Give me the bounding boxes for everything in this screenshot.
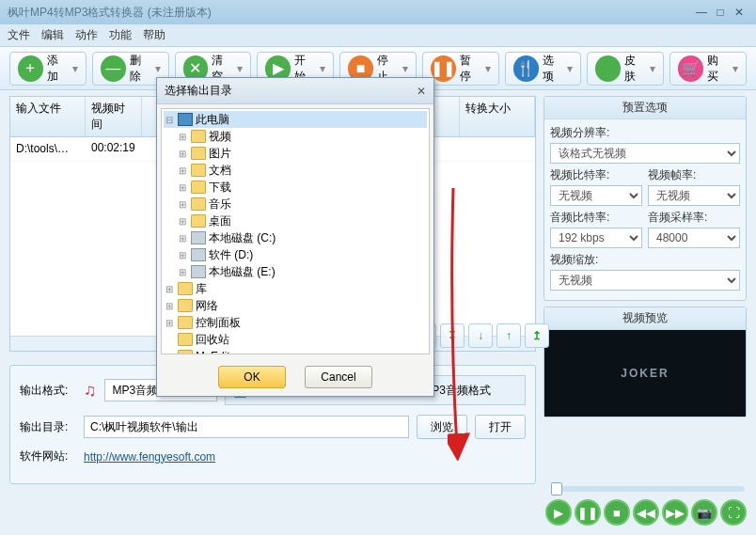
- expand-icon[interactable]: ⊞: [164, 284, 175, 294]
- maximize-button[interactable]: □: [711, 6, 730, 19]
- fold-icon: [191, 214, 206, 228]
- preset-panel: 预置选项 视频分辨率: 该格式无视频 视频比特率: 无视频 视频帧率: 无视频: [543, 96, 747, 301]
- open-button[interactable]: 打开: [475, 415, 526, 439]
- fps-label: 视频帧率:: [648, 167, 740, 183]
- folder-tree[interactable]: ⊟此电脑⊞视频⊞图片⊞文档⊞下载⊞音乐⊞桌面⊞本地磁盘 (C:)⊞软件 (D:)…: [161, 108, 430, 354]
- window-title: 枫叶MP4转MP3格式转换器 (未注册版本): [8, 5, 212, 21]
- player-btn-6[interactable]: ⛶: [720, 499, 747, 526]
- drv-icon: [191, 231, 206, 244]
- dialog-close-icon[interactable]: ✕: [417, 85, 426, 98]
- dialog-ok-button[interactable]: OK: [218, 366, 286, 388]
- vbr-select[interactable]: 无视频: [550, 185, 642, 206]
- zoom-label: 视频缩放:: [550, 252, 740, 268]
- site-link[interactable]: http://www.fengyesoft.com: [84, 450, 215, 464]
- expand-icon[interactable]: ⊞: [177, 182, 188, 193]
- menu-帮助[interactable]: 帮助: [143, 27, 165, 43]
- col-duration[interactable]: 视频时间: [86, 97, 142, 136]
- player-btn-0[interactable]: ▶: [545, 499, 572, 526]
- tree-node-库[interactable]: ⊞库: [164, 280, 427, 297]
- asr-label: 音频采样率:: [648, 210, 740, 226]
- dialog-cancel-button[interactable]: Cancel: [305, 366, 372, 388]
- res-label: 视频分辨率:: [550, 125, 740, 141]
- close-button[interactable]: ✕: [730, 6, 748, 19]
- menu-编辑[interactable]: 编辑: [41, 27, 64, 43]
- music-icon: ♫: [84, 381, 97, 401]
- tree-node-MyEditor[interactable]: ⊞MyEditor: [164, 348, 427, 354]
- preset-title: 预置选项: [544, 97, 746, 119]
- fps-select[interactable]: 无视频: [648, 185, 740, 206]
- menu-bar: 文件编辑动作功能帮助: [0, 24, 756, 47]
- expand-icon[interactable]: ⊞: [177, 199, 188, 210]
- site-label: 软件网站:: [20, 448, 76, 464]
- list-move-btn-3[interactable]: ↑: [496, 323, 521, 348]
- expand-icon[interactable]: ⊞: [177, 132, 188, 142]
- expand-icon[interactable]: ⊞: [164, 318, 175, 328]
- abr-label: 音频比特率:: [550, 210, 642, 226]
- 购买-icon: 🛒: [678, 55, 703, 82]
- menu-文件[interactable]: 文件: [8, 27, 30, 43]
- folder-dialog: 选择输出目录 ✕ ⊟此电脑⊞视频⊞图片⊞文档⊞下载⊞音乐⊞桌面⊞本地磁盘 (C:…: [156, 77, 434, 397]
- fold-icon: [178, 316, 193, 329]
- list-move-btn-4[interactable]: ↥: [525, 323, 549, 348]
- expand-icon[interactable]: ⊞: [177, 165, 188, 176]
- tree-node-文档[interactable]: ⊞文档: [164, 162, 427, 179]
- minimize-button[interactable]: —: [692, 6, 711, 19]
- fold-icon: [178, 333, 193, 346]
- tree-node-图片[interactable]: ⊞图片: [164, 145, 427, 162]
- fold-icon: [191, 130, 206, 143]
- menu-功能[interactable]: 功能: [109, 27, 132, 43]
- drv-icon: [191, 248, 206, 261]
- preview-panel: 视频预览 JOKER: [543, 307, 747, 417]
- tree-node-本地磁盘 (E:)[interactable]: ⊞本地磁盘 (E:): [164, 263, 427, 280]
- player-btn-1[interactable]: ❚❚: [575, 499, 601, 526]
- player-btn-2[interactable]: ■: [604, 499, 630, 526]
- expand-icon[interactable]: ⊞: [177, 233, 188, 244]
- tool-添加[interactable]: ＋添加▾: [9, 52, 87, 86]
- tool-皮肤[interactable]: 皮肤▾: [587, 52, 664, 86]
- fold-icon: [191, 181, 206, 194]
- tree-node-网络[interactable]: ⊞网络: [164, 297, 427, 314]
- res-select[interactable]: 该格式无视频: [550, 143, 740, 164]
- 删除-icon: —: [101, 55, 126, 82]
- player-btn-4[interactable]: ▶▶: [662, 499, 688, 526]
- expand-icon[interactable]: ⊞: [177, 250, 188, 260]
- player-btn-5[interactable]: 📷: [691, 499, 717, 526]
- expand-icon[interactable]: ⊞: [177, 267, 188, 277]
- dir-input[interactable]: [84, 416, 409, 438]
- col-size[interactable]: 转换大小: [460, 97, 535, 136]
- expand-icon[interactable]: ⊟: [164, 115, 175, 125]
- expand-icon[interactable]: ⊞: [164, 352, 175, 355]
- tool-选项[interactable]: 🍴选项▾: [505, 52, 582, 86]
- slider-thumb[interactable]: [551, 482, 562, 496]
- asr-select[interactable]: 48000: [648, 228, 740, 248]
- zoom-select[interactable]: 无视频: [550, 270, 740, 291]
- expand-icon[interactable]: ⊞: [177, 149, 188, 159]
- fold-icon: [178, 282, 193, 295]
- tree-node-软件 (D:)[interactable]: ⊞软件 (D:): [164, 246, 427, 263]
- title-bar: 枫叶MP4转MP3格式转换器 (未注册版本) — □ ✕: [0, 0, 756, 24]
- abr-select[interactable]: 192 kbps: [550, 228, 642, 248]
- tree-node-控制面板[interactable]: ⊞控制面板: [164, 314, 427, 331]
- preview-slider[interactable]: [551, 486, 745, 492]
- tree-node-视频[interactable]: ⊞视频: [164, 128, 427, 145]
- tree-node-下载[interactable]: ⊞下载: [164, 179, 427, 196]
- browse-button[interactable]: 浏览: [417, 415, 467, 439]
- dialog-title: 选择输出目录: [165, 83, 417, 99]
- drv-icon: [191, 265, 206, 278]
- tool-购买[interactable]: 🛒购买▾: [669, 52, 747, 86]
- tree-node-回收站[interactable]: 回收站: [164, 331, 427, 348]
- menu-动作[interactable]: 动作: [75, 27, 98, 43]
- player-btn-3[interactable]: ◀◀: [633, 499, 659, 526]
- 添加-icon: ＋: [18, 55, 43, 82]
- tree-node-桌面[interactable]: ⊞桌面: [164, 212, 427, 229]
- tree-node-此电脑[interactable]: ⊟此电脑: [164, 111, 427, 128]
- list-move-btn-2[interactable]: ↓: [468, 323, 493, 348]
- expand-icon[interactable]: ⊞: [177, 216, 188, 227]
- list-move-btn-1[interactable]: ↧: [440, 323, 465, 348]
- expand-icon[interactable]: ⊞: [164, 301, 175, 311]
- col-input-file[interactable]: 输入文件: [10, 97, 86, 136]
- tree-node-音乐[interactable]: ⊞音乐: [164, 196, 427, 212]
- fold-icon: [178, 299, 193, 312]
- format-label: 输出格式:: [20, 383, 76, 399]
- tree-node-本地磁盘 (C:)[interactable]: ⊞本地磁盘 (C:): [164, 229, 427, 246]
